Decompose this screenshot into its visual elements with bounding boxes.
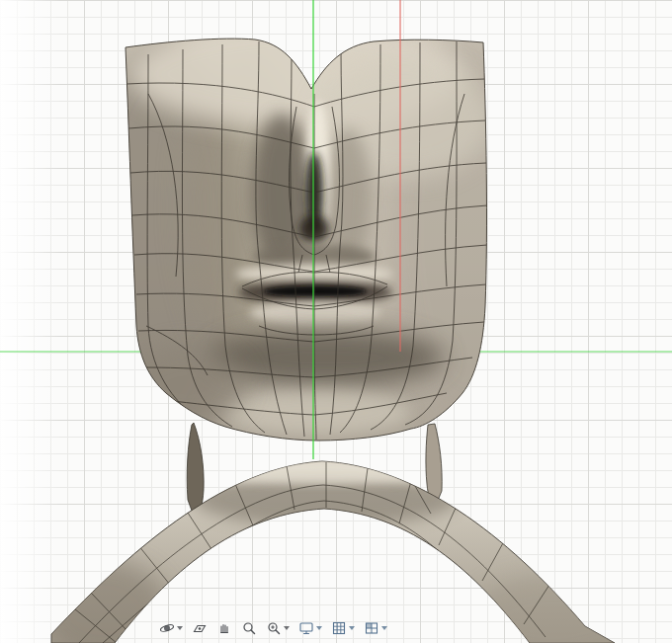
nav-toolbar xyxy=(158,616,388,640)
dropdown-caret-icon[interactable] xyxy=(349,626,355,630)
zoom-fit-button[interactable] xyxy=(265,619,291,637)
display-settings-button[interactable] xyxy=(297,619,323,637)
grid-settings-button[interactable] xyxy=(330,619,356,637)
look-at-button[interactable] xyxy=(191,619,209,637)
dropdown-caret-icon[interactable] xyxy=(284,626,290,630)
model-viewport-canvas[interactable] xyxy=(0,0,672,643)
grid-icon xyxy=(331,620,347,636)
orbit-button[interactable] xyxy=(158,619,184,637)
zoom-fit-icon xyxy=(266,620,282,636)
look-at-icon xyxy=(192,620,208,636)
model-face-surface xyxy=(74,20,544,454)
dropdown-caret-icon[interactable] xyxy=(381,626,387,630)
app-window xyxy=(0,0,672,643)
dropdown-caret-icon[interactable] xyxy=(177,626,183,630)
display-settings-icon xyxy=(298,620,314,636)
zoom-button[interactable] xyxy=(240,619,258,637)
orbit-icon xyxy=(159,620,175,636)
pan-hand-icon xyxy=(216,620,232,636)
pan-button[interactable] xyxy=(215,619,233,637)
viewports-icon xyxy=(364,620,379,636)
viewports-button[interactable] xyxy=(363,619,388,637)
zoom-icon xyxy=(241,620,257,636)
dropdown-caret-icon[interactable] xyxy=(316,626,322,630)
